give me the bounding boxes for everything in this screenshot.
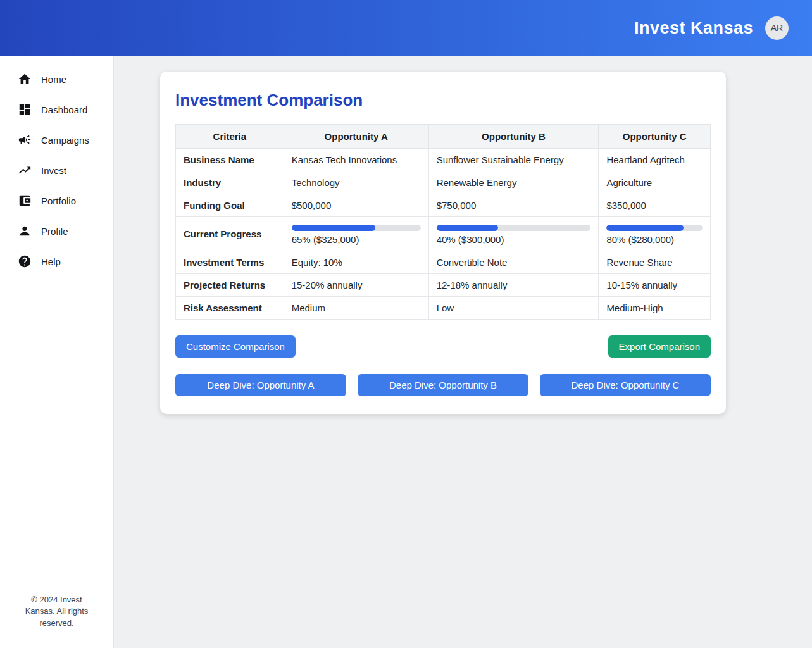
sidebar-item-label: Portfolio — [41, 196, 76, 206]
sidebar-item-label: Dashboard — [41, 104, 87, 115]
copyright-text: © 2024 Invest Kansas. All rights reserve… — [0, 594, 113, 648]
progress-bar — [437, 225, 591, 231]
app-title: Invest Kansas — [634, 18, 753, 38]
table-row-projected-returns: Projected Returns 15-20% annually 12-18%… — [176, 274, 711, 297]
sidebar-item-profile[interactable]: Profile — [0, 216, 113, 246]
column-header-criteria: Criteria — [176, 125, 284, 149]
sidebar-item-help[interactable]: Help — [0, 246, 113, 277]
page-title: Investment Comparison — [175, 90, 711, 110]
column-header-opportunity-a: Opportunity A — [284, 125, 428, 149]
value-cell: Revenue Share — [599, 251, 711, 274]
value-cell: Medium — [284, 297, 428, 320]
main-content: Investment Comparison Criteria Opportuni… — [114, 56, 812, 648]
megaphone-icon — [18, 133, 32, 147]
table-row-funding-goal: Funding Goal $500,000 $750,000 $350,000 — [176, 194, 711, 217]
column-header-opportunity-b: Opportunity B — [428, 125, 599, 149]
criteria-cell: Investment Terms — [176, 251, 284, 274]
person-icon — [18, 224, 32, 238]
progress-bar-fill — [606, 225, 683, 231]
progress-bar — [606, 225, 703, 231]
progress-label: 40% ($300,000) — [437, 234, 591, 245]
criteria-cell: Funding Goal — [176, 194, 284, 217]
sidebar-item-label: Home — [41, 74, 66, 85]
value-cell: $750,000 — [428, 194, 599, 217]
wallet-icon — [18, 194, 32, 208]
table-row-current-progress: Current Progress 65% ($325,000) 40% ($30… — [176, 217, 711, 251]
sidebar-item-portfolio[interactable]: Portfolio — [0, 185, 113, 216]
sidebar-item-home[interactable]: Home — [0, 64, 113, 94]
progress-label: 80% ($280,000) — [606, 234, 703, 245]
app-header: Invest Kansas AR — [0, 0, 812, 56]
sidebar-item-label: Invest — [41, 165, 66, 176]
table-row-industry: Industry Technology Renewable Energy Agr… — [176, 171, 711, 194]
home-icon — [18, 72, 32, 86]
value-cell: Medium-High — [599, 297, 711, 320]
deep-dive-opportunity-b-button[interactable]: Deep Dive: Opportunity B — [358, 374, 528, 396]
table-header-row: Criteria Opportunity A Opportunity B Opp… — [176, 125, 711, 149]
value-cell: $350,000 — [599, 194, 711, 217]
progress-bar-fill — [437, 225, 498, 231]
sidebar-item-dashboard[interactable]: Dashboard — [0, 94, 113, 125]
help-icon — [18, 254, 32, 268]
criteria-cell: Business Name — [176, 149, 284, 171]
sidebar: Home Dashboard Campaigns Invest — [0, 56, 114, 648]
value-cell: Agriculture — [599, 171, 711, 194]
table-row-risk-assessment: Risk Assessment Medium Low Medium-High — [176, 297, 711, 320]
sidebar-nav: Home Dashboard Campaigns Invest — [0, 64, 113, 277]
value-cell: Convertible Note — [428, 251, 599, 274]
customize-comparison-button[interactable]: Customize Comparison — [175, 335, 296, 358]
sidebar-item-label: Profile — [41, 226, 68, 237]
table-row-investment-terms: Investment Terms Equity: 10% Convertible… — [176, 251, 711, 274]
value-cell: Heartland Agritech — [599, 149, 711, 171]
progress-label: 65% ($325,000) — [292, 234, 421, 245]
returns-cell: 12-18% annually — [428, 274, 599, 297]
deep-dive-actions: Deep Dive: Opportunity A Deep Dive: Oppo… — [175, 374, 711, 396]
dashboard-icon — [18, 103, 32, 116]
value-cell: Low — [428, 297, 599, 320]
progress-cell: 65% ($325,000) — [284, 217, 428, 251]
export-comparison-button[interactable]: Export Comparison — [608, 335, 711, 358]
progress-bar — [292, 225, 421, 231]
progress-cell: 40% ($300,000) — [428, 217, 599, 251]
investment-comparison-card: Investment Comparison Criteria Opportuni… — [160, 72, 726, 414]
progress-bar-fill — [292, 225, 376, 231]
sidebar-item-campaigns[interactable]: Campaigns — [0, 125, 113, 155]
sidebar-item-label: Campaigns — [41, 135, 89, 146]
sidebar-item-invest[interactable]: Invest — [0, 155, 113, 185]
column-header-opportunity-c: Opportunity C — [599, 125, 711, 149]
comparison-table: Criteria Opportunity A Opportunity B Opp… — [175, 124, 711, 320]
value-cell: Equity: 10% — [284, 251, 428, 274]
value-cell: Renewable Energy — [428, 171, 599, 194]
criteria-cell: Current Progress — [176, 217, 284, 251]
table-row-business-name: Business Name Kansas Tech Innovations Su… — [176, 149, 711, 171]
deep-dive-opportunity-a-button[interactable]: Deep Dive: Opportunity A — [175, 374, 346, 396]
sidebar-item-label: Help — [41, 256, 61, 267]
value-cell: Sunflower Sustainable Energy — [428, 149, 599, 171]
criteria-cell: Projected Returns — [176, 274, 284, 297]
avatar[interactable]: AR — [765, 16, 789, 40]
criteria-cell: Risk Assessment — [176, 297, 284, 320]
deep-dive-opportunity-c-button[interactable]: Deep Dive: Opportunity C — [540, 374, 711, 396]
returns-cell: 10-15% annually — [599, 274, 711, 297]
value-cell: Technology — [284, 171, 428, 194]
value-cell: Kansas Tech Innovations — [284, 149, 428, 171]
returns-cell: 15-20% annually — [284, 274, 428, 297]
value-cell: $500,000 — [284, 194, 428, 217]
progress-cell: 80% ($280,000) — [599, 217, 711, 251]
criteria-cell: Industry — [176, 171, 284, 194]
table-actions: Customize Comparison Export Comparison — [175, 335, 711, 358]
trending-up-icon — [18, 163, 32, 177]
